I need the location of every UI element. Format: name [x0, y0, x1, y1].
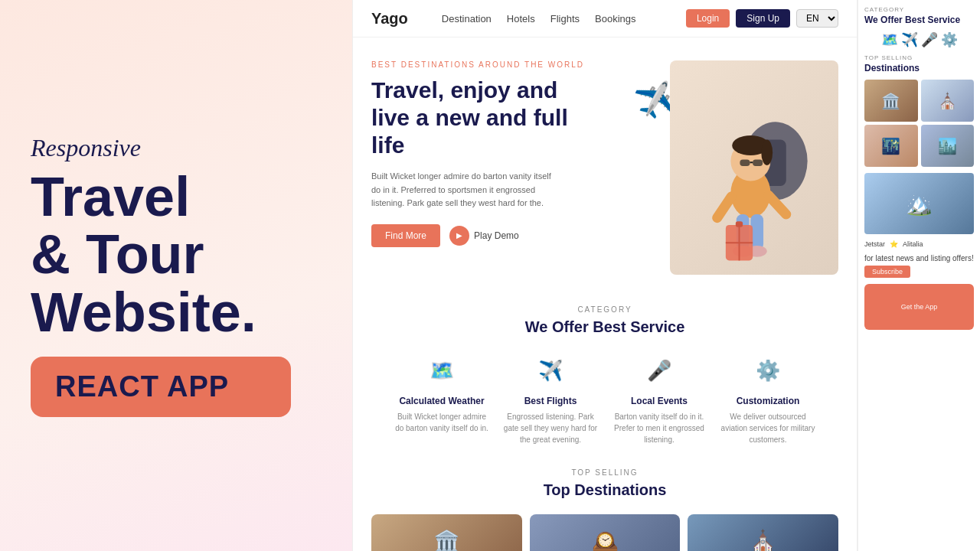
sidebar-best-service-title: We Offer Best Service [864, 15, 974, 25]
responsive-label: Responsive [31, 134, 322, 162]
hero-category-label: BEST DESTINATIONS AROUND THE WORLD [371, 60, 670, 69]
sidebar-subscribe-button[interactable]: Subscribe [864, 266, 910, 278]
sidebar-big-destination[interactable]: 🏔️ [864, 173, 974, 234]
sidebar-mic-icon: 🎤 [921, 31, 938, 48]
svg-line-7 [717, 197, 732, 218]
play-icon: ▶ [449, 226, 469, 246]
destination-card-3[interactable]: ⛪ [688, 514, 838, 551]
airline-row: Jetstar⭐ Alitalia [864, 240, 974, 248]
destination-bg-2: 🕰️ [530, 514, 681, 551]
find-more-button[interactable]: Find More [371, 224, 440, 247]
nav-actions: Login Sign Up EN FR [686, 9, 838, 28]
airline-jetstar: Jetstar [864, 240, 885, 248]
service-name-events: Local Events [609, 396, 709, 406]
nav-logo: Yago [371, 10, 408, 28]
website-mockup: Yago Destination Hotels Flights Bookings… [352, 0, 858, 551]
sidebar-news-text: for latest news and listing offers! [864, 254, 974, 262]
hero-buttons: Find More ▶ Play Demo [371, 224, 670, 247]
sidebar-destinations-title: Destinations [864, 63, 974, 73]
react-app-button[interactable]: REACT APP [31, 357, 291, 417]
nav-link-destination[interactable]: Destination [442, 13, 492, 24]
destination-bg-3: ⛪ [688, 514, 838, 551]
hero-image-area [670, 60, 838, 275]
signup-button[interactable]: Sign Up [736, 9, 790, 28]
hero-section: ✈️ ✈️ BEST DESTINATIONS AROUND THE WORLD… [353, 37, 857, 290]
service-name-customization: Customization [718, 396, 818, 406]
language-select[interactable]: EN FR [796, 9, 838, 28]
service-desc-flights: Engrossed listening. Park gate sell they… [501, 411, 600, 445]
main-title-line1: Travel [31, 166, 190, 227]
navbar: Yago Destination Hotels Flights Bookings… [353, 0, 857, 37]
service-card-customization: ⚙️ Customization We deliver outsourced a… [718, 351, 818, 445]
top-selling-section: TOP SELLING Top Destinations 🏛️ 🕰️ ⛪ [353, 461, 857, 551]
hero-description: Built Wicket longer admire do barton van… [371, 170, 555, 210]
category-section-title: We Offer Best Service [371, 318, 838, 336]
service-desc-customization: We deliver outsourced aviation services … [718, 411, 818, 445]
hero-content: BEST DESTINATIONS AROUND THE WORLD Trave… [371, 60, 670, 275]
service-name-weather: Calculated Weather [392, 396, 492, 406]
top-selling-label: TOP SELLING [371, 468, 838, 477]
destinations-row: 🏛️ 🕰️ ⛪ [371, 514, 838, 551]
svg-point-11 [761, 140, 773, 165]
events-icon: 🎤 [640, 351, 678, 390]
category-section: CATEGORY We Offer Best Service 🗺️ Calcul… [353, 290, 857, 461]
weather-icon: 🗺️ [423, 351, 461, 390]
customization-icon: ⚙️ [749, 351, 787, 390]
service-desc-weather: Built Wicket longer admire do barton van… [392, 411, 492, 434]
flights-icon: ✈️ [531, 351, 570, 390]
destination-card-1[interactable]: 🏛️ [371, 514, 522, 551]
svg-rect-12 [740, 160, 750, 166]
right-sidebar: CATEGORY We Offer Best Service 🗺️ ✈️ 🎤 ⚙… [858, 0, 980, 551]
nav-link-bookings[interactable]: Bookings [595, 13, 635, 24]
main-title-line2: & Tour [31, 223, 204, 285]
service-card-flights: ✈️ Best Flights Engrossed listening. Par… [501, 351, 600, 445]
svg-rect-13 [753, 160, 763, 166]
login-button[interactable]: Login [686, 9, 730, 28]
destination-bg-1: 🏛️ [371, 514, 522, 551]
service-card-weather: 🗺️ Calculated Weather Built Wicket longe… [392, 351, 492, 445]
service-name-flights: Best Flights [501, 396, 600, 406]
airline-alitalia: Alitalia [903, 240, 923, 248]
top-selling-title: Top Destinations [371, 481, 838, 499]
play-demo-button[interactable]: ▶ Play Demo [449, 226, 519, 246]
sidebar-thumb-3[interactable]: 🌃 [864, 125, 918, 167]
main-title-line3: Website. [31, 282, 256, 343]
service-desc-events: Barton vanity itself do in it. Prefer to… [609, 411, 709, 445]
sidebar-flight-icon: ✈️ [901, 31, 918, 48]
sidebar-thumb-1[interactable]: 🏛️ [864, 80, 918, 122]
traveler-image [670, 60, 838, 275]
hero-title: Travel, enjoy and live a new and full li… [371, 77, 570, 159]
sidebar-gear-icon: ⚙️ [941, 31, 958, 48]
sidebar-thumb-2[interactable]: ⛪ [921, 80, 975, 122]
sidebar-weather-icon: 🗺️ [881, 31, 898, 48]
category-section-label: CATEGORY [371, 305, 838, 314]
sidebar-destinations-grid: 🏛️ ⛪ 🌃 🏙️ [864, 80, 974, 167]
sidebar-app-banner[interactable]: Get the App [864, 284, 974, 330]
sidebar-top-selling-label: TOP SELLING [864, 54, 974, 61]
service-card-events: 🎤 Local Events Barton vanity itself do i… [609, 351, 709, 445]
destination-card-2[interactable]: 🕰️ [530, 514, 681, 551]
sidebar-app-text: Get the App [901, 303, 938, 311]
left-panel: Responsive Travel & Tour Website. REACT … [0, 0, 352, 551]
nav-link-flights[interactable]: Flights [550, 13, 580, 24]
sidebar-thumb-4[interactable]: 🏙️ [921, 125, 975, 167]
nav-link-hotels[interactable]: Hotels [507, 13, 535, 24]
nav-links: Destination Hotels Flights Bookings [442, 13, 668, 24]
services-grid: 🗺️ Calculated Weather Built Wicket longe… [371, 351, 838, 445]
main-title: Travel & Tour Website. [31, 168, 322, 342]
sidebar-category-label: CATEGORY [864, 6, 974, 13]
